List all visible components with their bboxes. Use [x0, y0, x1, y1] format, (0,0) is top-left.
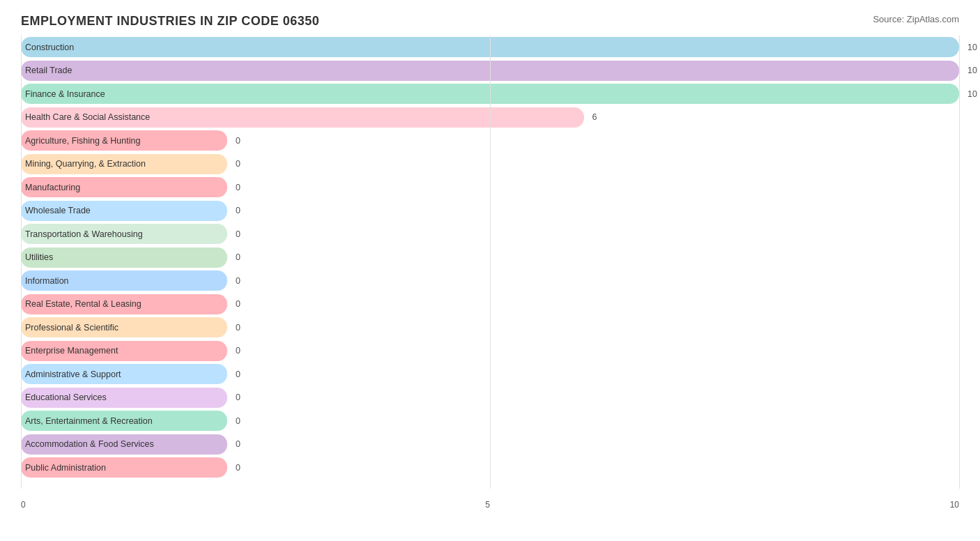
x-axis: 0510 — [21, 489, 959, 510]
bar-value-label: 0 — [231, 136, 240, 146]
bar-row: Health Care & Social Assistance6 — [21, 106, 959, 130]
bar-label: Information — [25, 276, 69, 286]
bar-value-label: 0 — [231, 276, 240, 286]
bar-row: Public Administration0 — [21, 456, 959, 480]
bar-fill: Real Estate, Rental & Leasing — [21, 294, 227, 314]
bar-row: Educational Services0 — [21, 386, 959, 410]
bar-value-label: 0 — [231, 369, 240, 379]
grid-line — [959, 36, 960, 489]
bar-label: Transportation & Warehousing — [25, 229, 143, 239]
chart-container: EMPLOYMENT INDUSTRIES IN ZIP CODE 06350 … — [0, 0, 980, 541]
bar-row: Administrative & Support0 — [21, 363, 959, 386]
bar-row: Professional & Scientific0 — [21, 316, 959, 340]
bar-value-label: 0 — [231, 252, 240, 262]
bar-value-label: 0 — [231, 299, 240, 309]
bar-row: Enterprise Management0 — [21, 340, 959, 363]
bars-area: Construction10Retail Trade10Finance & In… — [21, 36, 959, 510]
bar-label: Real Estate, Rental & Leasing — [25, 299, 141, 309]
bar-fill: Administrative & Support — [21, 364, 227, 384]
bar-label: Public Administration — [25, 463, 106, 473]
bar-fill: Educational Services — [21, 388, 227, 408]
bar-label: Agriculture, Fishing & Hunting — [25, 136, 140, 146]
bar-fill: Arts, Entertainment & Recreation — [21, 411, 227, 431]
bar-value-label: 0 — [231, 439, 240, 449]
bar-row: Real Estate, Rental & Leasing0 — [21, 293, 959, 317]
bar-value-label: 0 — [231, 159, 240, 169]
bar-row: Transportation & Warehousing0 — [21, 222, 959, 246]
bar-label: Manufacturing — [25, 183, 80, 192]
bar-row: Retail Trade10 — [21, 59, 959, 83]
bar-row: Manufacturing0 — [21, 176, 959, 199]
bar-row: Mining, Quarrying, & Extraction0 — [21, 153, 959, 176]
bar-fill: Accommodation & Food Services — [21, 434, 227, 455]
bar-label: Mining, Quarrying, & Extraction — [25, 159, 146, 169]
source-text: Source: ZipAtlas.com — [873, 14, 959, 24]
bar-label: Arts, Entertainment & Recreation — [25, 416, 153, 426]
bar-label: Retail Trade — [25, 66, 72, 75]
chart-title: EMPLOYMENT INDUSTRIES IN ZIP CODE 06350 — [21, 14, 959, 29]
bar-value-label: 10 — [963, 89, 977, 99]
bar-value-label: 0 — [231, 393, 240, 402]
bar-value-label: 0 — [231, 416, 240, 426]
bar-label: Accommodation & Food Services — [25, 439, 154, 449]
bar-row: Wholesale Trade0 — [21, 199, 959, 223]
bar-fill: Enterprise Management — [21, 341, 227, 361]
bar-fill: Finance & Insurance — [21, 84, 959, 104]
x-axis-label: 10 — [950, 500, 959, 510]
bar-fill: Manufacturing — [21, 177, 227, 197]
bar-fill: Public Administration — [21, 457, 227, 478]
bar-row: Construction10 — [21, 36, 959, 59]
bar-row: Accommodation & Food Services0 — [21, 433, 959, 457]
bar-fill: Transportation & Warehousing — [21, 224, 227, 244]
bar-label: Wholesale Trade — [25, 206, 91, 215]
bar-value-label: 0 — [231, 463, 240, 473]
bar-value-label: 10 — [963, 43, 977, 52]
bar-row: Arts, Entertainment & Recreation0 — [21, 409, 959, 433]
bar-label: Utilities — [25, 252, 53, 262]
bar-label: Health Care & Social Assistance — [25, 112, 150, 122]
bar-row: Agriculture, Fishing & Hunting0 — [21, 129, 959, 153]
bar-value-label: 0 — [231, 206, 240, 215]
bar-value-label: 0 — [231, 346, 240, 356]
bar-label: Enterprise Management — [25, 346, 118, 356]
bar-fill: Wholesale Trade — [21, 201, 227, 221]
bar-fill: Retail Trade — [21, 61, 959, 81]
bar-fill: Professional & Scientific — [21, 317, 227, 337]
bar-fill: Health Care & Social Assistance — [21, 107, 584, 128]
bar-value-label: 6 — [588, 112, 597, 122]
bars-wrapper: Construction10Retail Trade10Finance & In… — [21, 36, 959, 489]
bar-fill: Agriculture, Fishing & Hunting — [21, 130, 227, 151]
x-axis-label: 0 — [21, 500, 26, 510]
bar-label: Finance & Insurance — [25, 89, 105, 99]
bar-value-label: 10 — [963, 66, 977, 75]
x-axis-label: 5 — [485, 500, 490, 510]
bar-row: Finance & Insurance10 — [21, 82, 959, 106]
bar-fill: Mining, Quarrying, & Extraction — [21, 154, 227, 174]
bar-value-label: 0 — [231, 323, 240, 333]
bar-row: Information0 — [21, 269, 959, 293]
bar-row: Utilities0 — [21, 246, 959, 270]
bar-value-label: 0 — [231, 183, 240, 192]
bar-fill: Construction — [21, 37, 959, 57]
bar-fill: Information — [21, 270, 227, 291]
bar-label: Administrative & Support — [25, 369, 121, 379]
bar-fill: Utilities — [21, 247, 227, 268]
bar-label: Construction — [25, 43, 74, 52]
bar-value-label: 0 — [231, 229, 240, 239]
bar-label: Educational Services — [25, 393, 107, 402]
bar-label: Professional & Scientific — [25, 323, 118, 333]
